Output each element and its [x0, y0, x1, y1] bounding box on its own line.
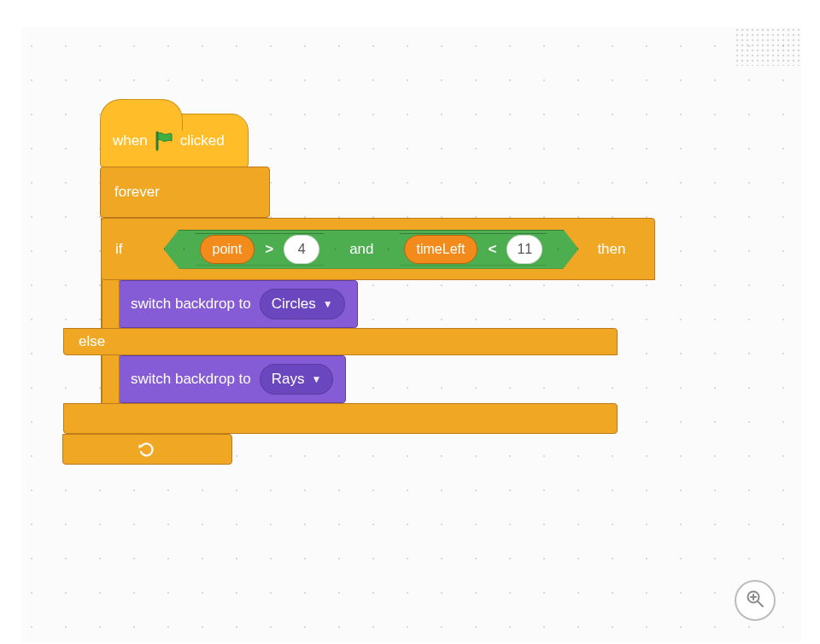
- chevron-down-icon: ▼: [312, 373, 322, 385]
- hat-when-label: when: [113, 132, 148, 149]
- svg-line-1: [758, 601, 763, 606]
- variable-point[interactable]: point: [200, 235, 255, 264]
- lt-symbol: <: [486, 241, 498, 258]
- chevron-down-icon: ▼: [323, 298, 333, 310]
- if-else-block[interactable]: if point > 4 and timeLeft < 11: [101, 218, 655, 434]
- dropdown-value-circles: Circles: [272, 296, 316, 313]
- when-flag-clicked-block[interactable]: when clicked: [100, 114, 249, 167]
- zoom-in-icon: [746, 589, 764, 612]
- forever-foot: [62, 434, 232, 465]
- hat-clicked-label: clicked: [180, 132, 225, 149]
- forever-label: forever: [114, 184, 160, 201]
- switch-backdrop-rays-block[interactable]: switch backdrop to Rays ▼: [118, 355, 346, 403]
- else-label: else: [79, 333, 105, 350]
- value-4-input[interactable]: 4: [284, 235, 319, 264]
- else-bar: else: [63, 328, 618, 355]
- halftone-decoration: [735, 27, 801, 66]
- switch-backdrop-label-2: switch backdrop to: [131, 371, 251, 388]
- block-stack: when clicked forever if: [100, 114, 655, 465]
- loop-arrow-icon: [138, 442, 158, 457]
- lt-operator[interactable]: timeLeft < 11: [388, 233, 559, 266]
- switch-backdrop-circles-block[interactable]: switch backdrop to Circles ▼: [118, 280, 358, 328]
- backdrop-dropdown-circles[interactable]: Circles ▼: [260, 289, 345, 319]
- forever-head: forever: [100, 167, 270, 218]
- gt-symbol: >: [263, 241, 275, 258]
- if-foot: [63, 403, 618, 434]
- gt-operator[interactable]: point > 4: [184, 233, 337, 266]
- backdrop-dropdown-rays[interactable]: Rays ▼: [260, 364, 334, 395]
- switch-backdrop-label-1: switch backdrop to: [131, 296, 251, 313]
- scratch-workspace[interactable]: when clicked forever if: [21, 27, 801, 642]
- forever-block[interactable]: forever if point > 4 and: [100, 167, 655, 465]
- zoom-in-button[interactable]: [735, 580, 776, 621]
- variable-timeleft[interactable]: timeLeft: [404, 235, 478, 264]
- value-11-input[interactable]: 11: [507, 235, 542, 264]
- if-head: if point > 4 and timeLeft < 11: [101, 218, 655, 280]
- if-label: if: [115, 241, 123, 258]
- then-label: then: [597, 241, 625, 258]
- green-flag-icon: [155, 131, 173, 151]
- and-label: and: [344, 241, 378, 258]
- dropdown-value-rays: Rays: [272, 371, 305, 388]
- and-operator[interactable]: point > 4 and timeLeft < 11: [164, 230, 579, 269]
